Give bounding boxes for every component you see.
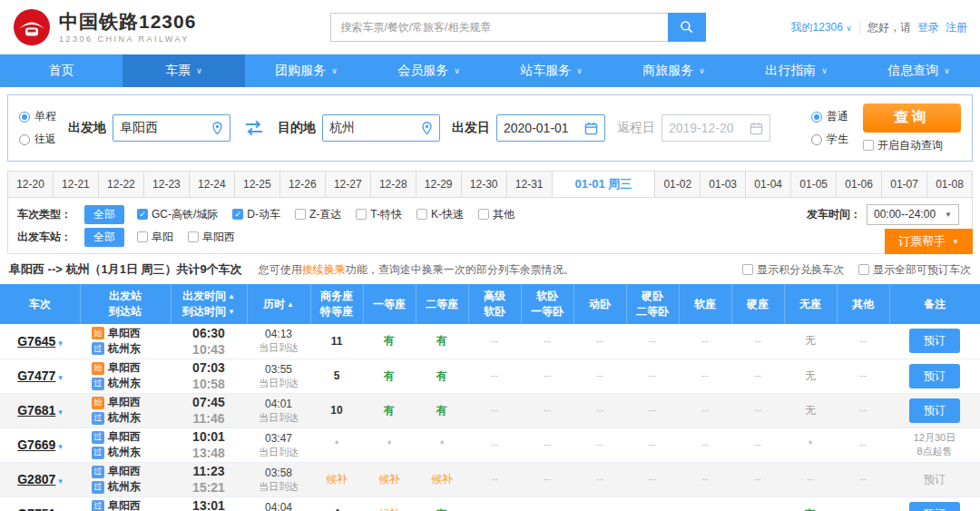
nav-item-group-services[interactable]: 团购服务∨ <box>245 54 368 87</box>
column-header-4[interactable]: 商务座特等座 <box>310 284 363 324</box>
chevron-down-icon[interactable]: ▾ <box>58 339 63 348</box>
column-header-14[interactable]: 其他 <box>837 284 889 324</box>
register-link[interactable]: 注册 <box>946 20 967 35</box>
date-tab-9[interactable]: 12-29 <box>416 171 462 198</box>
date-tab-19[interactable]: 01-08 <box>927 171 973 198</box>
train-number-link[interactable]: G7751 <box>17 506 55 511</box>
column-header-8[interactable]: 软卧一等卧 <box>521 284 573 324</box>
nav-item-station-services[interactable]: 站车服务∨ <box>490 54 612 87</box>
column-header-5[interactable]: 一等座 <box>363 284 416 324</box>
station-type-tag: 过 <box>92 431 104 444</box>
train-number-link[interactable]: G7681 <box>17 403 55 418</box>
depart-time: 11:23 <box>171 463 247 479</box>
train-number-link[interactable]: G2807 <box>17 472 55 486</box>
book-button[interactable]: 预订 <box>909 502 960 511</box>
to-input[interactable]: 杭州 <box>322 114 440 142</box>
date-tab-16[interactable]: 01-05 <box>791 171 837 198</box>
train-number-link[interactable]: G7669 <box>17 437 55 452</box>
seat-cell-1: 有 <box>363 324 416 359</box>
date-tab-10[interactable]: 12-30 <box>462 171 507 198</box>
depart-date-input[interactable]: 2020-01-01 <box>496 114 605 142</box>
brand-logo[interactable]: 中国铁路12306 12306 CHINA RAILWAY <box>13 8 196 46</box>
train-type-option-3[interactable]: T-特快 <box>356 207 402 222</box>
header-text: 二等座 <box>426 297 458 312</box>
column-header-15[interactable]: 备注 <box>889 284 980 324</box>
train-number-link[interactable]: G7645 <box>17 334 55 349</box>
date-tab-0[interactable]: 12-20 <box>7 171 54 198</box>
nav-item-tickets[interactable]: 车票∨ <box>122 54 245 87</box>
train-type-option-1[interactable]: D-动车 <box>232 207 280 222</box>
header-line: 特等座 <box>311 304 363 319</box>
query-button[interactable]: 查询 <box>863 103 961 133</box>
train-type-all-tag[interactable]: 全部 <box>84 205 124 224</box>
date-tab-8[interactable]: 12-28 <box>371 171 416 198</box>
column-header-2[interactable]: 出发时间▲到达时间▼ <box>171 284 247 324</box>
column-header-10[interactable]: 硬卧二等卧 <box>626 284 679 324</box>
header-text: 二等卧 <box>636 304 669 319</box>
chevron-down-icon[interactable]: ▾ <box>58 408 63 417</box>
train-type-option-2[interactable]: Z-直达 <box>295 207 341 222</box>
nav-item-home[interactable]: 首页 <box>0 54 122 87</box>
show-points-label: 显示积分兑换车次 <box>757 262 844 278</box>
column-header-7[interactable]: 高级软卧 <box>468 284 521 324</box>
depart-time-select[interactable]: 00:00--24:00 ▼ <box>867 204 959 225</box>
nav-item-info-query[interactable]: 信息查询∨ <box>858 54 980 87</box>
column-header-9[interactable]: 动卧 <box>573 284 626 324</box>
book-button[interactable]: 预订 <box>909 329 960 353</box>
site-search-input[interactable] <box>330 13 668 42</box>
book-button[interactable]: 预订 <box>909 398 960 423</box>
train-type-option-5[interactable]: 其他 <box>478 207 514 222</box>
column-header-11[interactable]: 软座 <box>679 284 731 324</box>
from-input[interactable]: 阜阳西 <box>113 114 230 142</box>
chevron-down-icon[interactable]: ▾ <box>58 442 63 451</box>
date-tab-3[interactable]: 12-23 <box>144 171 190 198</box>
normal-passenger-radio[interactable]: 普通 <box>811 109 848 124</box>
column-header-1[interactable]: 出发站到达站 <box>80 284 171 324</box>
date-tab-17[interactable]: 01-06 <box>837 171 882 198</box>
station-option-1[interactable]: 阜阳西 <box>188 230 235 245</box>
transfer-link[interactable]: 接续换乘 <box>302 263 346 276</box>
seat-cell-1: * <box>363 427 416 462</box>
date-tab-2[interactable]: 12-22 <box>99 171 144 198</box>
chevron-down-icon[interactable]: ▾ <box>58 373 63 382</box>
date-tab-5[interactable]: 12-25 <box>235 171 280 198</box>
login-link[interactable]: 登录 <box>917 20 939 35</box>
show-points-checkbox[interactable]: 显示积分兑换车次 <box>742 262 844 278</box>
date-tab-7[interactable]: 12-27 <box>326 171 371 198</box>
site-search-button[interactable] <box>668 13 706 42</box>
train-number-link[interactable]: G7477 <box>17 369 55 383</box>
nav-item-business-travel[interactable]: 商旅服务∨ <box>612 54 735 87</box>
column-header-3[interactable]: 历时▲ <box>247 284 310 324</box>
date-tab-14[interactable]: 01-03 <box>701 171 746 198</box>
train-type-option-0[interactable]: GC-高铁/城际 <box>137 207 218 222</box>
one-way-radio[interactable]: 单程 <box>19 109 56 124</box>
round-trip-radio[interactable]: 往返 <box>19 132 56 147</box>
show-bookable-checkbox[interactable]: 显示全部可预订车次 <box>858 262 971 278</box>
nav-item-travel-guide[interactable]: 出行指南∨ <box>735 54 858 87</box>
my-12306-link[interactable]: 我的12306 ∨ <box>791 20 852 35</box>
date-tab-18[interactable]: 01-07 <box>882 171 927 198</box>
date-tab-6[interactable]: 12-26 <box>280 171 326 198</box>
date-tab-13[interactable]: 01-02 <box>655 171 701 198</box>
date-tab-4[interactable]: 12-24 <box>190 171 235 198</box>
station-cell: 始阜阳西过杭州东 <box>80 324 171 359</box>
date-tab-11[interactable]: 12-31 <box>507 171 553 198</box>
return-date-input[interactable]: 2019-12-20 <box>662 114 770 142</box>
column-header-12[interactable]: 硬座 <box>731 284 784 324</box>
chevron-down-icon[interactable]: ▾ <box>58 477 63 486</box>
date-tab-12[interactable]: 01-01 周三 <box>553 171 656 198</box>
column-header-13[interactable]: 无座 <box>784 284 837 324</box>
student-passenger-radio[interactable]: 学生 <box>811 132 848 147</box>
swap-stations-button[interactable] <box>242 119 266 137</box>
booking-helper-button[interactable]: 订票帮手 ▼ <box>885 229 973 254</box>
auto-query-checkbox[interactable]: 开启自动查询 <box>863 138 943 153</box>
column-header-6[interactable]: 二等座 <box>416 284 468 324</box>
train-type-option-4[interactable]: K-快速 <box>416 207 464 222</box>
column-header-0[interactable]: 车次 <box>0 284 80 324</box>
station-option-0[interactable]: 阜阳 <box>137 230 173 245</box>
date-tab-1[interactable]: 12-21 <box>54 171 99 198</box>
book-button[interactable]: 预订 <box>909 364 960 388</box>
nav-item-member-services[interactable]: 会员服务∨ <box>368 54 490 87</box>
station-all-tag[interactable]: 全部 <box>84 228 124 247</box>
date-tab-15[interactable]: 01-04 <box>746 171 791 198</box>
